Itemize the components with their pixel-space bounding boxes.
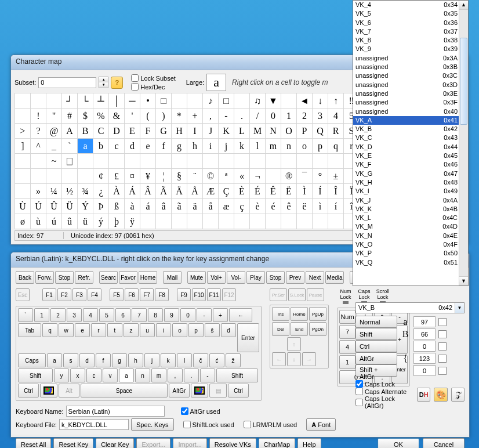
charmap-cell[interactable]: ` <box>62 139 78 154</box>
charmap-button[interactable]: CharMap <box>259 438 295 448</box>
key-n[interactable]: n <box>135 368 150 382</box>
key-8[interactable]: 8 <box>148 308 163 322</box>
key-[interactable]: ž <box>226 353 241 367</box>
charmap-cell[interactable]: b <box>93 139 109 154</box>
key-caps[interactable]: Caps <box>18 353 46 367</box>
charmap-cell[interactable] <box>281 214 297 229</box>
key-ctrl[interactable]: Ctrl <box>18 384 39 398</box>
charmap-cell[interactable]: í <box>328 199 344 214</box>
palette-icon[interactable]: 🎨 <box>434 388 447 402</box>
numpad-key[interactable]: 7 <box>339 325 355 339</box>
shiftstate-flag[interactable] <box>438 355 447 363</box>
capslock-checkbox[interactable]: Caps Lock <box>355 380 413 388</box>
vk-list-item[interactable]: unassigned0x3E <box>353 89 468 98</box>
key-home[interactable]: Home <box>291 307 308 321</box>
arrow-key[interactable]: ← <box>272 352 286 366</box>
charmap-cell[interactable]: å <box>203 199 219 214</box>
charmap-cell[interactable]: 0 <box>266 109 281 124</box>
charmap-cell[interactable]: ä <box>187 199 203 214</box>
subset-input[interactable] <box>38 77 96 88</box>
charmap-cell[interactable] <box>15 109 31 124</box>
media-key-next[interactable]: Next <box>306 271 324 284</box>
charmap-cell[interactable] <box>219 214 234 229</box>
key-shift[interactable]: Shift <box>216 368 258 382</box>
charmap-cell[interactable]: ♪ <box>203 93 219 109</box>
charmap-cell[interactable]: ­ <box>266 169 281 184</box>
key-9[interactable]: 9 <box>164 308 179 322</box>
charmap-cell[interactable]: ù <box>31 214 46 229</box>
vk-list-item[interactable]: unassigned0x3B <box>353 63 468 71</box>
numpad-key[interactable]: 4 <box>339 340 355 354</box>
shiftstate-code-input[interactable] <box>413 353 436 364</box>
arrow-key[interactable]: ↓ <box>287 352 301 366</box>
charmap-cell[interactable] <box>172 154 187 169</box>
vk-list-item[interactable]: VK_D0x44 <box>353 143 468 151</box>
shiftstate-code-input[interactable] <box>413 328 436 339</box>
charmap-cell[interactable]: É <box>250 184 266 199</box>
charmap-cell[interactable]: á <box>140 199 156 214</box>
spin-down-icon[interactable]: ▼ <box>99 82 108 88</box>
media-key-vol[interactable]: Vol+ <box>207 271 226 284</box>
charmap-cell[interactable]: Þ <box>93 199 109 214</box>
charmap-cell[interactable]: û <box>62 214 78 229</box>
key-altgr[interactable]: AltGr <box>169 384 190 398</box>
shiftstate-flag[interactable] <box>438 367 447 375</box>
charmap-cell[interactable]: Æ <box>203 184 219 199</box>
charmap-cell[interactable] <box>328 154 344 169</box>
shiftstate-code-input[interactable] <box>413 316 436 327</box>
charmap-cell[interactable]: └ <box>78 93 93 109</box>
f2-key[interactable]: F2 <box>57 288 71 301</box>
charmap-cell[interactable] <box>46 169 62 184</box>
charmap-cell[interactable]: ª <box>219 169 234 184</box>
charmap-cell[interactable]: 2 <box>297 109 313 124</box>
charmap-cell[interactable]: _ <box>46 139 62 154</box>
pause-key[interactable]: Pause <box>307 288 324 301</box>
key-[interactable]: č <box>193 353 208 367</box>
charmap-cell[interactable]: ú <box>46 214 62 229</box>
charmap-cell[interactable]: Û <box>46 199 62 214</box>
vk-list-item[interactable]: VK_M0x4D <box>353 222 468 231</box>
charmap-cell[interactable] <box>31 93 46 109</box>
charmap-cell[interactable]: È <box>234 184 250 199</box>
charmap-cell[interactable] <box>15 184 31 199</box>
charmap-cell[interactable]: Å <box>187 184 203 199</box>
media-key-stop[interactable]: Stop <box>55 271 74 284</box>
shiftstate-shift-button[interactable]: Shift <box>355 328 397 340</box>
charmap-cell[interactable] <box>328 214 344 229</box>
charmap-cell[interactable]: ⎕ <box>62 154 78 169</box>
charmap-cell[interactable]: □ <box>219 93 234 109</box>
charmap-cell[interactable] <box>156 154 172 169</box>
vk-list-item[interactable]: VK_40x34 <box>353 1 468 9</box>
charmap-cell[interactable] <box>234 93 250 109</box>
vk-list-item[interactable]: VK_I0x49 <box>353 187 468 196</box>
charmap-cell[interactable]: ¿ <box>93 184 109 199</box>
charmap-cell[interactable]: I <box>187 124 203 139</box>
shiftstate-ctrl-button[interactable]: Ctrl <box>355 340 397 352</box>
charmap-cell[interactable]: ◄ <box>297 93 313 109</box>
key-s[interactable]: s <box>63 353 78 367</box>
vk-list-item[interactable]: VK_50x35 <box>353 9 468 18</box>
key-1[interactable]: 1 <box>34 308 49 322</box>
charmap-cell[interactable] <box>46 93 62 109</box>
charmap-cell[interactable]: Ä <box>172 184 187 199</box>
charmap-cell[interactable]: Â <box>140 184 156 199</box>
key-[interactable]: ć <box>209 353 224 367</box>
key-i[interactable]: i <box>156 323 171 337</box>
charmap-cell[interactable]: æ <box>219 199 234 214</box>
charmap-cell[interactable]: M <box>250 124 266 139</box>
arrow-key[interactable]: ↑ <box>287 337 301 351</box>
key-c[interactable]: c <box>86 368 101 382</box>
charmap-cell[interactable]: ┘ <box>62 93 78 109</box>
charmap-cell[interactable]: ¼ <box>46 184 62 199</box>
key-shift[interactable]: Shift <box>18 368 53 382</box>
vk-list-item[interactable]: VK_L0x4C <box>353 214 468 222</box>
charmap-cell[interactable] <box>297 154 313 169</box>
charmap-cell[interactable]: o <box>297 139 313 154</box>
charmap-cell[interactable]: ß <box>109 199 125 214</box>
key-f[interactable]: f <box>96 353 111 367</box>
charmap-cell[interactable]: , <box>203 109 219 124</box>
charmap-cell[interactable]: ↑ <box>328 93 344 109</box>
hexdec-checkbox[interactable]: Hex/Dec <box>131 83 176 91</box>
charmap-cell[interactable]: F <box>140 124 156 139</box>
charmap-cell[interactable] <box>234 154 250 169</box>
